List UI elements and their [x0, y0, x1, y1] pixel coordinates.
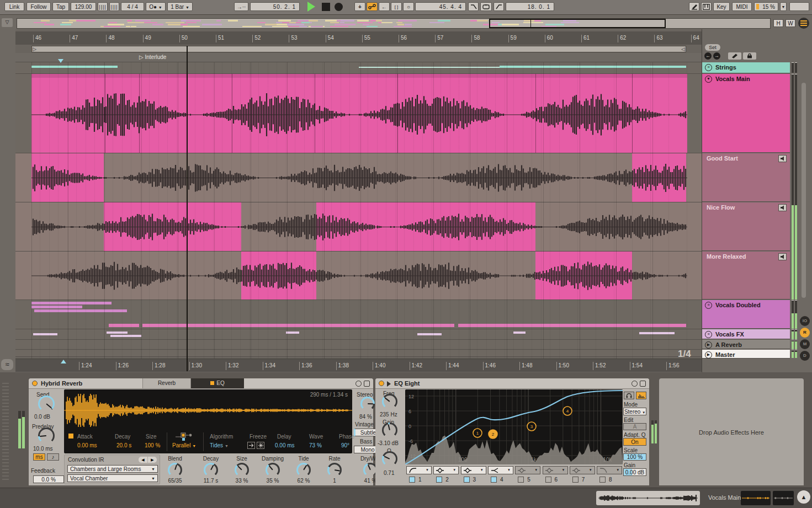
take-lane-good-start[interactable]: [15, 153, 702, 202]
time-signature-field[interactable]: 4 / 4: [121, 2, 144, 11]
cpu-meter[interactable]: 15 %: [754, 2, 778, 11]
track-header-nice-flow[interactable]: Nice Flow: [702, 202, 790, 251]
time-ruler[interactable]: 1:241:261:281:301:321:341:361:381:401:42…: [15, 359, 702, 372]
mixer-toggle-m[interactable]: M: [800, 339, 810, 349]
strings-clip[interactable]: [359, 67, 500, 68]
midi-clip[interactable]: [34, 309, 127, 312]
draw-mode-button[interactable]: [689, 2, 699, 11]
stop-button[interactable]: [322, 3, 330, 11]
punch-in-icon[interactable]: [468, 2, 479, 11]
overview-height-button[interactable]: H: [773, 19, 783, 27]
band-7-enable-checkbox[interactable]: [572, 477, 579, 483]
speaker-icon[interactable]: [778, 155, 787, 162]
track-row-a-reverb[interactable]: [15, 340, 702, 350]
nudge-up-button[interactable]: ||||: [109, 2, 119, 11]
take-lane-more-relaxed[interactable]: [15, 252, 702, 300]
freeze-button[interactable]: [257, 442, 264, 449]
midi-clip[interactable]: [109, 324, 454, 327]
mixer-toggle-d[interactable]: D: [800, 351, 810, 361]
locator-lane[interactable]: ▷ Interlude: [15, 53, 702, 62]
device-title-bar[interactable]: Hybrid Reverb Reverb EQ: [29, 378, 373, 389]
send-knob[interactable]: [38, 395, 55, 412]
arrangement-position-field[interactable]: 50. 2. 1: [250, 2, 300, 11]
hamburger-menu-icon[interactable]: [798, 18, 809, 29]
loop-switch[interactable]: [480, 2, 492, 11]
track-header-vocals-fx[interactable]: ≡Vocals FX: [702, 329, 790, 339]
fx-clip[interactable]: [110, 335, 141, 337]
arrangement-overview[interactable]: [17, 18, 771, 29]
mixer-toggle-io[interactable]: IO: [800, 316, 810, 326]
band-4-enable-checkbox[interactable]: [491, 477, 497, 483]
track-header-master[interactable]: ▶Master: [702, 350, 790, 359]
clip-overview-thumbnail[interactable]: [596, 491, 700, 505]
freeze-in-button[interactable]: [247, 442, 255, 449]
capture-button[interactable]: ○: [403, 2, 414, 11]
fx-clip[interactable]: [286, 331, 299, 334]
q-knob[interactable]: [382, 451, 397, 467]
band-3-filter-type-select[interactable]: ▼: [461, 466, 486, 474]
algorithm-menu[interactable]: Tides ▼: [210, 442, 229, 448]
loop-start-field[interactable]: 45. 4. 4: [415, 2, 466, 11]
band-4-filter-type-select[interactable]: ▼: [488, 466, 513, 474]
midi-clip[interactable]: [31, 302, 112, 304]
show-hide-device-view-button[interactable]: ▲: [797, 490, 810, 504]
track-row-vocals-doubled[interactable]: [15, 300, 702, 329]
pencil-button[interactable]: [728, 52, 741, 60]
band-8-enable-checkbox[interactable]: [599, 477, 606, 483]
ir-file-select[interactable]: Vocal Chamber▼: [67, 474, 158, 482]
hybrid-knob-size[interactable]: [235, 463, 249, 477]
track-header-vocals-doubled[interactable]: ≡Vocals Doubled: [702, 300, 790, 329]
locator-marker[interactable]: ▷ Interlude: [139, 54, 166, 60]
track-header-good-start[interactable]: Good Start: [702, 153, 790, 202]
hot-swap-icon[interactable]: [631, 381, 638, 387]
fold-icon[interactable]: ▶: [705, 341, 712, 349]
speaker-icon[interactable]: [778, 204, 787, 211]
device-on-led[interactable]: [379, 381, 384, 386]
overview-width-button[interactable]: W: [786, 19, 795, 27]
hot-swap-icon[interactable]: [355, 381, 362, 387]
key-map-button[interactable]: Key: [713, 2, 730, 11]
wave-value[interactable]: 73 %: [309, 442, 322, 448]
tap-tempo-button[interactable]: Tap: [52, 2, 69, 11]
bar-ruler[interactable]: 46474849505152535455565758596061626364: [15, 31, 702, 45]
follow-playhead-icon[interactable]: →··: [234, 2, 248, 11]
band-8-filter-type-select[interactable]: ▼: [597, 466, 622, 474]
feedback-value[interactable]: 0.0 %: [33, 475, 64, 483]
group-icon[interactable]: ≡: [705, 64, 712, 71]
midi-map-button[interactable]: MIDI: [732, 2, 752, 11]
ir-category-select[interactable]: Chambers and Large Rooms▼: [67, 465, 158, 473]
fold-icon[interactable]: ▶: [705, 351, 712, 359]
band-3-enable-checkbox[interactable]: [464, 477, 470, 483]
fx-clip[interactable]: [417, 333, 442, 335]
computer-midi-keyboard-button[interactable]: [701, 2, 712, 11]
quantize-menu[interactable]: 1 Bar ▼: [167, 2, 193, 11]
hybrid-knob-blend[interactable]: [168, 463, 182, 477]
next-ir-button[interactable]: ▶: [148, 457, 157, 463]
phase-value[interactable]: 90°: [341, 442, 349, 448]
loop-brace[interactable]: ▷ ◁: [31, 46, 686, 52]
decay-value[interactable]: 20.0 s: [116, 442, 131, 448]
play-button[interactable]: [307, 2, 315, 12]
device-on-led[interactable]: [32, 381, 38, 386]
band-5-enable-checkbox[interactable]: [518, 477, 524, 483]
track-header-a-reverb[interactable]: ▶A Reverb: [702, 340, 790, 349]
band-1-enable-checkbox[interactable]: [409, 477, 415, 483]
re-enable-automation-button[interactable]: ←: [379, 2, 390, 11]
strings-clip[interactable]: [500, 66, 686, 68]
group-icon[interactable]: ≡: [705, 302, 712, 309]
band-2-filter-type-select[interactable]: ▼: [433, 466, 459, 474]
track-row-vocals-main[interactable]: [15, 74, 702, 153]
loop-start-handle[interactable]: ▷: [33, 46, 36, 52]
strings-clip[interactable]: [31, 66, 118, 68]
band-7-filter-type-select[interactable]: ▼: [570, 466, 595, 474]
spectrum-toggle-icon[interactable]: [636, 392, 646, 399]
output-gain-value[interactable]: 0.00 dB: [623, 468, 646, 476]
mode-select[interactable]: Stereo ▼: [623, 408, 646, 415]
band-1-filter-type-select[interactable]: ▼: [406, 466, 432, 474]
track-header-vocals-main[interactable]: ▼Vocals Main: [702, 74, 790, 153]
save-preset-icon[interactable]: [364, 381, 370, 387]
tempo-field[interactable]: 129.00: [71, 2, 96, 11]
next-locator-button[interactable]: →: [713, 52, 720, 60]
metronome-button[interactable]: O● ▼: [146, 2, 166, 11]
prev-ir-button[interactable]: ◀: [139, 457, 147, 463]
